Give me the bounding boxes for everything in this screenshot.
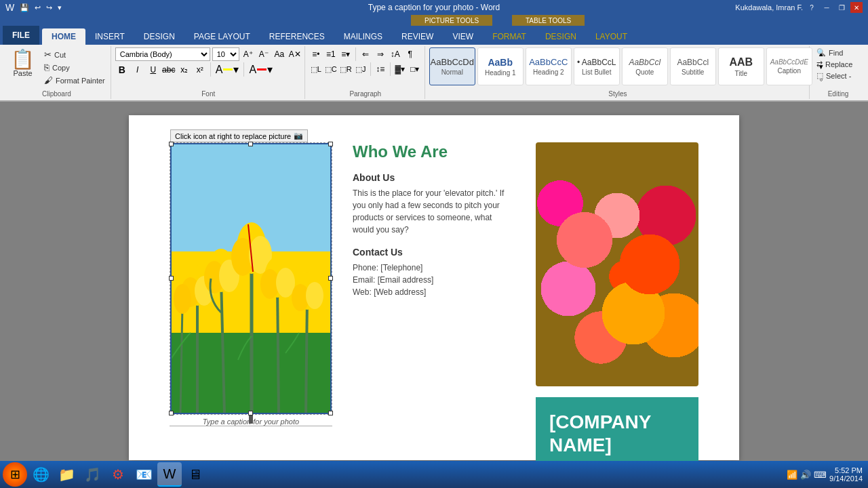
help-button[interactable]: ? (806, 2, 818, 13)
style-heading1[interactable]: AaBb Heading 1 (477, 47, 524, 85)
font-size-select[interactable]: 10 (212, 47, 239, 61)
svg-line-15 (277, 285, 279, 414)
tab-design[interactable]: DESIGN (134, 28, 184, 45)
text-highlight-button[interactable]: A ▾ (214, 62, 241, 77)
align-left-button[interactable]: ⬚L (309, 62, 323, 76)
style-list-bullet[interactable]: • AaBbCcL List Bullet (574, 47, 620, 85)
minimize-button[interactable]: ─ (821, 2, 833, 13)
style-normal-label: Normal (441, 68, 463, 76)
taskbar-program[interactable]: 🖥 (183, 462, 208, 487)
style-normal[interactable]: AaBbCcDd Normal (429, 47, 475, 85)
tab-view[interactable]: VIEW (443, 28, 483, 45)
text-highlight-icon: A (216, 64, 223, 76)
grow-button[interactable]: A⁺ (241, 47, 255, 61)
title-bar-title: Type a caption for your photo - Word (368, 3, 500, 12)
taskbar-word[interactable]: W (157, 462, 182, 487)
underline-button[interactable]: U (146, 63, 160, 77)
italic-button[interactable]: I (131, 63, 144, 77)
style-caption[interactable]: AaBbCcDdE Caption (766, 47, 812, 85)
superscript-button[interactable]: x² (193, 63, 207, 77)
style-quote-preview: AaBbCcl (629, 58, 660, 67)
paste-icon: 📋 (11, 50, 35, 69)
clear-formatting-button[interactable]: A✕ (288, 47, 302, 61)
paste-button[interactable]: 📋 Paste (5, 47, 40, 86)
bold-button[interactable]: B (115, 63, 129, 77)
taskbar-media[interactable]: 🎵 (80, 462, 104, 487)
style-h2-preview: AaBbCcC (529, 57, 568, 67)
para-row1: ≡• ≡1 ≡▾ ⇐ ⇒ ↕A ¶ (309, 47, 422, 61)
tab-mailings[interactable]: MAILINGS (334, 28, 392, 45)
style-quote[interactable]: AaBbCcl Quote (622, 47, 668, 85)
image-container[interactable]: Click icon at right to replace picture 📷 (170, 142, 332, 415)
tab-references[interactable]: REFERENCES (260, 28, 334, 45)
taskbar-outlook[interactable]: 📧 (132, 462, 156, 487)
flowers-image (536, 142, 698, 386)
borders-button[interactable]: □▾ (408, 62, 422, 76)
replace-button[interactable]: ⇄ Replace (814, 59, 855, 69)
font-color-button[interactable]: A ▾ (248, 62, 274, 77)
taskbar-chrome[interactable]: ⚙ (106, 462, 130, 487)
replace-label: Replace (825, 60, 852, 68)
clock-time: 5:52 PM (829, 466, 863, 474)
editing-controls: 🔍 Find ⇄ Replace ⬚ Select - (814, 47, 855, 81)
ribbon: 📋 Paste ✂ Cut ⎘ Copy 🖌 (0, 45, 868, 102)
format-painter-button[interactable]: 🖌 Format Painter (41, 75, 108, 86)
highlight-dropdown[interactable]: ▾ (233, 63, 239, 76)
select-icon: ⬚ (816, 71, 823, 80)
shading-button[interactable]: ▓▾ (393, 62, 407, 76)
redo-button[interactable]: ↪ (45, 3, 54, 12)
style-heading2[interactable]: AaBbCcC Heading 2 (526, 47, 572, 85)
find-button[interactable]: 🔍 Find (814, 47, 855, 58)
numbering-button[interactable]: ≡1 (324, 47, 338, 61)
tab-layout[interactable]: LAYOUT (586, 28, 637, 45)
increase-indent-button[interactable]: ⇒ (374, 47, 387, 61)
save-button[interactable]: 💾 (18, 3, 31, 12)
select-button[interactable]: ⬚ Select - (814, 70, 855, 81)
tab-review[interactable]: REVIEW (392, 28, 443, 45)
cut-button[interactable]: ✂ Cut (41, 49, 108, 60)
taskbar-explorer[interactable]: 📁 (54, 462, 79, 487)
line-spacing-button[interactable]: ↕≡ (374, 62, 387, 76)
shrink-button[interactable]: A⁻ (257, 47, 271, 61)
system-tray: 📶 🔊 ⌨ (787, 470, 827, 480)
style-h2-label: Heading 2 (533, 68, 564, 76)
change-case-button[interactable]: Aa (273, 47, 286, 61)
sort-button[interactable]: ↕A (389, 47, 402, 61)
subscript-button[interactable]: x₂ (178, 63, 191, 77)
decrease-indent-button[interactable]: ⇐ (359, 47, 372, 61)
clipboard-group-label: Clipboard (3, 90, 111, 98)
close-button[interactable]: ✕ (850, 2, 863, 13)
strikethrough-button[interactable]: abc (162, 63, 176, 77)
tab-insert[interactable]: INSERT (85, 28, 134, 45)
tab-page-layout[interactable]: PAGE LAYOUT (184, 28, 260, 45)
copy-button[interactable]: ⎘ Copy (41, 62, 108, 73)
tab-format[interactable]: FORMAT (483, 28, 536, 45)
tray-volume: 🔊 (800, 470, 811, 480)
style-title[interactable]: AAB Title (718, 47, 764, 85)
start-button[interactable]: ⊞ (3, 462, 27, 487)
align-center-button[interactable]: ⬚C (324, 62, 338, 76)
font-group-label: Font (113, 90, 304, 98)
restore-button[interactable]: ❐ (835, 2, 848, 13)
image-placeholder (170, 143, 332, 414)
font-color-dropdown[interactable]: ▾ (267, 63, 273, 76)
tab-file[interactable]: FILE (3, 26, 39, 45)
paragraph-controls: ≡• ≡1 ≡▾ ⇐ ⇒ ↕A ¶ ⬚L ⬚C ⬚R ⬚J (309, 47, 422, 76)
justify-button[interactable]: ⬚J (354, 62, 368, 76)
left-column: Click icon at right to replace picture 📷 (170, 142, 332, 470)
styles-group-label: Styles (427, 90, 809, 98)
tab-design2[interactable]: DESIGN (536, 28, 586, 45)
tab-home[interactable]: HOME (42, 28, 85, 45)
replace-icon[interactable]: 📷 (294, 131, 303, 140)
multilevel-button[interactable]: ≡▾ (339, 47, 353, 61)
font-face-select[interactable]: Cambria (Body) (115, 47, 210, 61)
bullets-button[interactable]: ≡• (309, 47, 323, 61)
show-marks-button[interactable]: ¶ (403, 47, 417, 61)
customize-button[interactable]: ▾ (56, 3, 63, 12)
style-subtitle[interactable]: AaBbCcl Subtitle (670, 47, 716, 85)
clock: 5:52 PM 9/14/2014 (829, 466, 863, 483)
undo-button[interactable]: ↩ (33, 3, 42, 12)
cut-icon: ✂ (44, 49, 52, 60)
taskbar-ie[interactable]: 🌐 (28, 462, 53, 487)
align-right-button[interactable]: ⬚R (339, 62, 353, 76)
